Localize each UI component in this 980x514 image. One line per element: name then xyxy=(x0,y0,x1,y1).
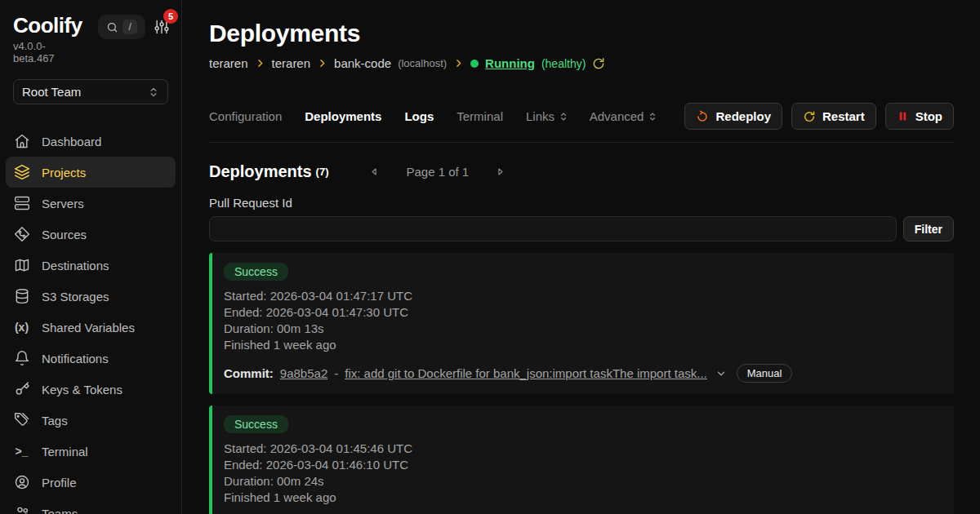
restart-icon xyxy=(803,110,816,123)
tab-links[interactable]: Links xyxy=(526,109,568,123)
pull-request-id-input[interactable] xyxy=(209,216,897,241)
deployments-count: (7) xyxy=(316,166,329,178)
sidebar-item-label: S3 Storages xyxy=(42,290,109,304)
section-title: Deployments xyxy=(209,162,312,181)
team-selector-value: Root Team xyxy=(22,85,81,99)
tag-icon xyxy=(13,412,30,428)
sidebar-item-label: Destinations xyxy=(42,259,109,273)
stop-button[interactable]: Stop xyxy=(885,103,954,130)
tab-links-label: Links xyxy=(526,109,555,123)
settings-sliders-button[interactable]: 5 xyxy=(154,19,170,35)
sidebar-nav: Dashboard Projects Servers Sources Desti… xyxy=(0,126,181,514)
commit-row: Commit: 9a8b5a2 - fix: add git to Docker… xyxy=(224,364,941,383)
main-content: Deployments teraren teraren bank-code (l… xyxy=(183,0,980,514)
redeploy-button[interactable]: Redeploy xyxy=(684,103,782,130)
sidebar-item-terminal[interactable]: >_ Terminal xyxy=(0,436,181,467)
breadcrumb-server: (localhost) xyxy=(398,57,447,69)
sidebar-item-tags[interactable]: Tags xyxy=(0,405,181,436)
duration: Duration: 00m 24s xyxy=(224,473,941,490)
duration: Duration: 00m 13s xyxy=(224,321,941,337)
deployment-details: Started: 2026-03-04 01:47:17 UTC Ended: … xyxy=(224,288,941,353)
sidebar-item-destinations[interactable]: Destinations xyxy=(0,250,181,281)
restart-button[interactable]: Restart xyxy=(791,103,876,130)
finished-ago: Finished 1 week ago xyxy=(224,337,941,353)
sidebar-item-teams[interactable]: Teams xyxy=(0,498,181,514)
chevron-down-icon[interactable] xyxy=(715,368,727,379)
terminal-icon: >_ xyxy=(13,445,30,458)
redeploy-label: Redeploy xyxy=(715,109,771,123)
sidebar-item-notifications[interactable]: Notifications xyxy=(0,343,181,374)
map-icon xyxy=(13,257,30,273)
chevron-right-icon xyxy=(317,58,327,69)
sidebar-item-keys-tokens[interactable]: Keys & Tokens xyxy=(0,374,181,405)
sidebar-item-s3-storages[interactable]: S3 Storages xyxy=(0,281,181,312)
tab-logs[interactable]: Logs xyxy=(404,109,434,123)
chevrons-up-down-icon xyxy=(559,112,568,122)
app-logo: Coolify xyxy=(13,13,87,38)
sidebar-item-profile[interactable]: Profile xyxy=(0,467,181,498)
git-icon xyxy=(13,226,30,242)
started-at: Started: 2026-03-04 01:45:46 UTC xyxy=(224,441,941,457)
tab-configuration[interactable]: Configuration xyxy=(209,109,282,123)
users-icon xyxy=(13,505,30,514)
sidebar-item-label: Shared Variables xyxy=(42,321,135,335)
sidebar-item-label: Projects xyxy=(42,166,86,179)
status-running-link[interactable]: Running xyxy=(485,56,535,70)
tab-terminal[interactable]: Terminal xyxy=(457,109,503,123)
sidebar-item-dashboard[interactable]: Dashboard xyxy=(0,126,181,157)
search-button[interactable]: / xyxy=(98,15,145,39)
variables-icon: (x) xyxy=(13,321,30,334)
sidebar-item-servers[interactable]: Servers xyxy=(0,188,181,219)
page-next-button[interactable] xyxy=(492,166,509,177)
chevrons-up-down-icon xyxy=(148,86,159,98)
sidebar-item-label: Tags xyxy=(42,414,68,428)
breadcrumb-environment[interactable]: teraren xyxy=(272,56,311,70)
page-prev-button[interactable] xyxy=(366,166,383,177)
chevron-right-icon xyxy=(453,58,464,69)
sidebar-item-sources[interactable]: Sources xyxy=(0,219,181,250)
commit-message-link[interactable]: fix: add git to Dockerfile for bank_json… xyxy=(345,366,707,380)
chevrons-up-down-icon xyxy=(648,112,657,122)
finished-ago: Finished 1 week ago xyxy=(224,490,941,506)
deployment-card[interactable]: Success Started: 2026-03-04 01:45:46 UTC… xyxy=(209,405,954,514)
advanced-dropdown[interactable]: Advanced xyxy=(590,109,658,123)
breadcrumb-project[interactable]: teraren xyxy=(209,56,248,70)
sidebar: Coolify v4.0.0-beta.467 / 5 Root Team xyxy=(0,0,182,514)
page-title: Deployments xyxy=(209,20,954,47)
sidebar-header: Coolify v4.0.0-beta.467 / 5 xyxy=(0,0,181,64)
divider xyxy=(209,142,954,143)
status-badge: Success xyxy=(224,415,288,433)
filter-row: Filter xyxy=(209,216,954,241)
sidebar-item-shared-variables[interactable]: (x) Shared Variables xyxy=(0,312,181,343)
sidebar-item-label: Sources xyxy=(42,228,87,241)
filter-button[interactable]: Filter xyxy=(903,216,954,241)
commit-hash-link[interactable]: 9a8b5a2 xyxy=(280,366,327,380)
user-circle-icon xyxy=(13,474,30,490)
search-kbd-shortcut: / xyxy=(122,20,137,34)
pause-icon xyxy=(897,110,909,122)
search-icon xyxy=(106,21,118,33)
sidebar-item-label: Notifications xyxy=(42,352,109,366)
deployment-details: Started: 2026-03-04 01:45:46 UTC Ended: … xyxy=(224,441,941,506)
notification-count-badge[interactable]: 5 xyxy=(163,9,178,24)
tabs-row: Configuration Deployments Logs Terminal … xyxy=(209,103,954,130)
sidebar-item-label: Servers xyxy=(42,197,84,210)
tab-deployments[interactable]: Deployments xyxy=(305,109,381,123)
ended-at: Ended: 2026-03-04 01:46:10 UTC xyxy=(224,457,941,473)
team-selector[interactable]: Root Team xyxy=(13,79,168,104)
home-icon xyxy=(13,133,30,149)
commit-label: Commit: xyxy=(224,366,274,380)
breadcrumb-resource[interactable]: bank-code xyxy=(334,56,391,70)
bell-icon xyxy=(13,350,30,366)
started-at: Started: 2026-03-04 01:47:17 UTC xyxy=(224,288,941,304)
restart-label: Restart xyxy=(822,109,865,123)
sidebar-item-projects[interactable]: Projects xyxy=(6,157,176,188)
status-badge: Success xyxy=(224,263,288,281)
refresh-icon[interactable] xyxy=(592,57,605,70)
key-icon xyxy=(13,381,30,397)
deployments-section-header: Deployments (7) Page 1 of 1 xyxy=(209,162,954,181)
status-dot xyxy=(470,60,479,68)
status-health: (healthy) xyxy=(541,57,586,70)
page-indicator: Page 1 of 1 xyxy=(406,165,469,179)
deployment-card[interactable]: Success Started: 2026-03-04 01:47:17 UTC… xyxy=(209,253,954,394)
